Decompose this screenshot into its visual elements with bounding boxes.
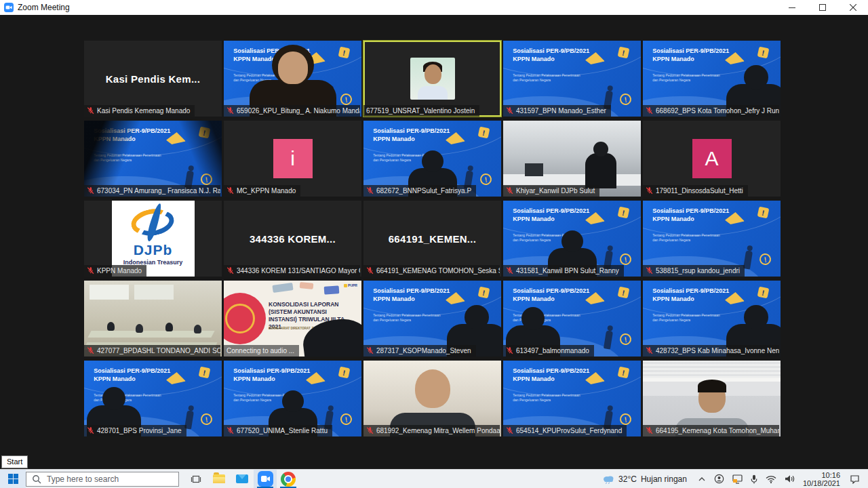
- chrome-taskbar-button[interactable]: [277, 470, 300, 488]
- slide-title: Sosialisasi PER-9/PB/2021 KPPN Manado: [652, 287, 738, 303]
- mail-button[interactable]: [231, 470, 254, 488]
- participants-silhouettes: [107, 322, 115, 331]
- slide-subtitle: Tentang Pedoman Pelaksanaan Penerimaan d…: [652, 233, 724, 243]
- video-tile-23[interactable]: 681992_Kemenag Mitra_Wellem Pondaag: [363, 361, 501, 436]
- video-tile-9[interactable]: Khiyar_Kanwil DJPb Sulut: [503, 121, 641, 197]
- close-button[interactable]: [837, 0, 868, 15]
- video-tile-3[interactable]: 677519_UNSRAT_Valentino Jostein: [363, 41, 501, 117]
- participant-name-label: 427077_BPDASHL TONDANO_ANDI SOBANDI: [84, 345, 220, 357]
- participant-name-label: 538815_rsup kandou_jendri: [643, 265, 745, 277]
- muted-mic-icon: [506, 187, 513, 195]
- participant-name: 682672_BNNPSulut_Fatrisya.P: [376, 186, 471, 196]
- participant-name: 179011_DinsosdaSulut_Hetti: [656, 186, 743, 196]
- video-tile-10[interactable]: A179011_DinsosdaSulut_Hetti: [643, 121, 781, 197]
- slide-title: Sosialisasi PER-9/PB/2021 KPPN Manado: [652, 207, 738, 223]
- show-hidden-icons-button[interactable]: [694, 470, 710, 488]
- video-tile-7[interactable]: iMC_KPPN Manado: [224, 121, 361, 197]
- slide-title: Sosialisasi PER-9/PB/2021 KPPN Manado: [513, 287, 598, 303]
- participant-name-label: 428732_BPS Kab Minahasa_Ivonne Nender: [643, 345, 779, 357]
- participant-name: 664191_KEMENAG TOMOHON_Seska Supit: [376, 266, 500, 276]
- djpb-logo-icon: [130, 204, 177, 242]
- exclamation-icon: !: [619, 93, 632, 106]
- video-tile-25[interactable]: 664195_Kemenag Kota Tomohon_Muhammad...: [643, 361, 781, 436]
- slide-title: Sosialisasi PER-9/PB/2021 KPPN Manado: [652, 47, 738, 63]
- mail-icon: [236, 474, 248, 483]
- muted-mic-icon: [506, 267, 513, 274]
- action-center-button[interactable]: [846, 470, 868, 488]
- slide-subtitle: Tentang Pedoman Pelaksanaan Penerimaan d…: [652, 313, 724, 323]
- video-tile-19[interactable]: Sosialisasi PER-9/PB/2021 KPPN ManadoTen…: [503, 281, 641, 357]
- microphone-tray-button[interactable]: [747, 470, 762, 488]
- exclamation-icon: !: [338, 367, 350, 379]
- participant-name: 344336 KOREM 131/SANTIAGO Mayor Cku G...: [237, 266, 360, 276]
- video-tile-16[interactable]: 427077_BPDASHL TONDANO_ANDI SOBANDI: [84, 281, 222, 357]
- maximize-button[interactable]: [807, 0, 837, 15]
- participant-name: 428701_BPS Provinsi_Jane: [97, 426, 182, 436]
- slide-subtitle: Tentang Pedoman Pelaksanaan Penerimaan d…: [652, 73, 724, 83]
- window-titlebar: Zoom Meeting: [0, 0, 868, 15]
- participant-name: 431581_Kanwil BPN Sulut_Ranny: [516, 266, 619, 276]
- microphone-icon: [751, 474, 757, 484]
- participant-name-label: Kasi Pendis Kemenag Manado: [84, 105, 195, 117]
- video-tile-17[interactable]: PUPRKONSOLIDASI LAPORAN (SISTEM AKUNTANS…: [224, 281, 361, 357]
- file-explorer-button[interactable]: [208, 470, 231, 488]
- video-tile-24[interactable]: Sosialisasi PER-9/PB/2021 KPPN ManadoTen…: [503, 361, 641, 436]
- minimize-button[interactable]: [776, 0, 807, 15]
- video-tile-14[interactable]: Sosialisasi PER-9/PB/2021 KPPN ManadoTen…: [503, 201, 641, 277]
- participant-name-label: 664191_KEMENAG TOMOHON_Seska Supit: [363, 265, 500, 277]
- network-tray-button[interactable]: [762, 470, 781, 488]
- video-tile-12[interactable]: 344336 KOREM...344336 KOREM 131/SANTIAGO…: [224, 201, 361, 277]
- slide-title: Sosialisasi PER-9/PB/2021 KPPN Manado: [94, 367, 179, 383]
- display-notification-button[interactable]: [728, 470, 747, 488]
- participant-grid: Kasi Pendis Kem...Kasi Pendis Kemenag Ma…: [84, 41, 781, 436]
- muted-mic-icon: [506, 427, 513, 434]
- participant-name: 431597_BPN Manado_Esther: [516, 106, 606, 116]
- video-tile-13[interactable]: 664191_KEMEN...664191_KEMENAG TOMOHON_Se…: [363, 201, 501, 277]
- video-tile-18[interactable]: Sosialisasi PER-9/PB/2021 KPPN ManadoTen…: [363, 281, 501, 357]
- muted-mic-icon: [646, 107, 653, 115]
- video-tile-8[interactable]: Sosialisasi PER-9/PB/2021 KPPN ManadoTen…: [363, 121, 501, 197]
- video-tile-4[interactable]: Sosialisasi PER-9/PB/2021 KPPN ManadoTen…: [503, 41, 641, 117]
- weather-temperature: 32°C: [618, 474, 637, 484]
- exclamation-icon: !: [477, 287, 490, 299]
- exclamation-icon: !: [617, 287, 629, 299]
- participant-name-label: 654514_KPUProvSulut_Ferdynand: [503, 425, 627, 436]
- taskbar: Type here to search 32°C Hujan ringan 10…: [0, 469, 868, 488]
- slide-subtitle: Tentang Pedoman Pelaksanaan Penerimaan d…: [513, 73, 585, 83]
- video-tile-21[interactable]: Sosialisasi PER-9/PB/2021 KPPN ManadoTen…: [84, 361, 222, 436]
- pupr-logo: PUPR: [344, 283, 357, 287]
- volume-tray-button[interactable]: [781, 470, 799, 488]
- start-button[interactable]: [0, 470, 26, 488]
- muted-mic-icon: [366, 267, 374, 274]
- video-tile-11[interactable]: DJPbIndonesian TreasuryKPPN Manado: [84, 201, 222, 277]
- monitor-badge-icon: [732, 474, 743, 484]
- search-input[interactable]: Type here to search: [26, 472, 179, 487]
- video-tile-22[interactable]: Sosialisasi PER-9/PB/2021 KPPN ManadoTen…: [224, 361, 361, 436]
- muted-mic-icon: [226, 427, 234, 434]
- video-tile-15[interactable]: Sosialisasi PER-9/PB/2021 KPPN ManadoTen…: [643, 201, 781, 277]
- video-tile-2[interactable]: Sosialisasi PER-9/PB/2021 KPPN ManadoTen…: [224, 41, 361, 117]
- participant-name-label: 677519_UNSRAT_Valentino Jostein: [363, 105, 479, 117]
- slide-subtitle: Tentang Pedoman Pelaksanaan Penerimaan d…: [513, 393, 585, 403]
- participant-name: 677520_UNIMA_Stenlie Rattu: [237, 426, 328, 436]
- video-tile-6[interactable]: Sosialisasi PER-9/PB/2021 KPPN ManadoTen…: [84, 121, 222, 197]
- participant-name-label: 431597_BPN Manado_Esther: [503, 105, 611, 117]
- task-view-button[interactable]: [184, 470, 208, 488]
- participant-name: Kasi Pendis Kemenag Manado: [97, 106, 190, 116]
- muted-mic-icon: [646, 187, 653, 195]
- video-tile-1[interactable]: Kasi Pendis Kem...Kasi Pendis Kemenag Ma…: [84, 41, 222, 117]
- video-tile-20[interactable]: Sosialisasi PER-9/PB/2021 KPPN ManadoTen…: [643, 281, 781, 357]
- participant-name-label: Khiyar_Kanwil DJPb Sulut: [503, 185, 599, 197]
- zoom-taskbar-button[interactable]: [254, 470, 277, 488]
- weather-widget[interactable]: 32°C Hujan ringan: [595, 470, 694, 488]
- participant-name-label: 287317_KSOPManado_Steven: [363, 345, 476, 357]
- windows-logo-icon: [8, 474, 18, 484]
- video-tile-5[interactable]: Sosialisasi PER-9/PB/2021 KPPN ManadoTen…: [643, 41, 781, 117]
- exclamation-icon: !: [757, 207, 769, 219]
- clock[interactable]: 10:16 10/18/2021: [799, 471, 846, 487]
- contact-tray-button[interactable]: [710, 470, 728, 488]
- muted-mic-icon: [366, 347, 374, 354]
- zoom-app-icon: [4, 3, 14, 12]
- exclamation-icon: !: [619, 333, 632, 346]
- participant-name-label: Connecting to audio ...: [224, 345, 299, 357]
